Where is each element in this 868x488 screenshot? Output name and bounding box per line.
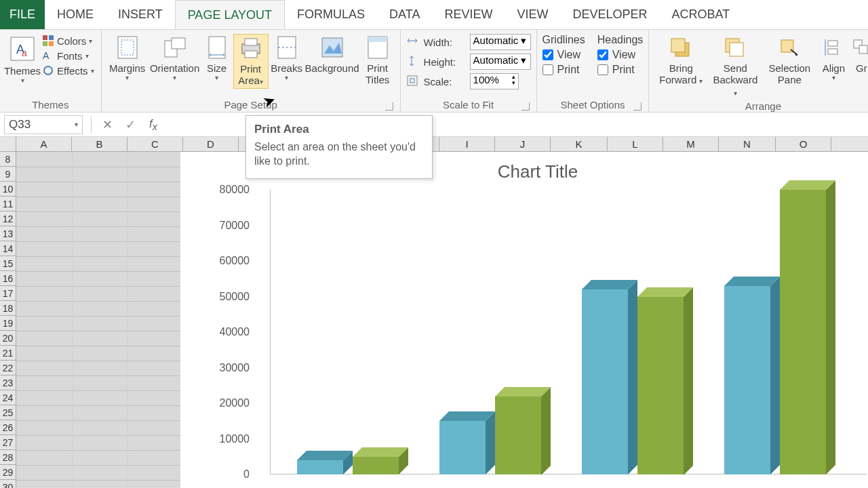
row-headers: 8910111213141516171819202122232425262728… xyxy=(0,152,16,488)
row-header-28[interactable]: 28 xyxy=(0,450,16,465)
col-header-L[interactable]: L xyxy=(608,137,663,151)
gridlines-view-check[interactable]: View xyxy=(542,49,585,61)
page-setup-launcher[interactable] xyxy=(385,102,393,110)
col-header-M[interactable]: M xyxy=(663,137,719,151)
send-backward-button[interactable]: SendBackward ▾ xyxy=(709,34,762,99)
row-header-14[interactable]: 14 xyxy=(0,241,16,256)
colors-button[interactable]: Colors▾ xyxy=(41,34,96,47)
worksheet-grid[interactable]: 8910111213141516171819202122232425262728… xyxy=(0,152,868,488)
gridlines-print-check[interactable]: Print xyxy=(542,64,585,76)
row-header-23[interactable]: 23 xyxy=(0,375,16,390)
group-button[interactable]: Gr xyxy=(851,34,868,75)
svg-rect-22 xyxy=(368,37,387,42)
align-button[interactable]: Align▾ xyxy=(817,34,850,83)
selection-pane-icon xyxy=(777,35,802,60)
sheet-options-launcher[interactable] xyxy=(633,102,642,110)
name-box[interactable]: Q33▾ xyxy=(4,115,83,134)
fonts-button[interactable]: AFonts▾ xyxy=(41,49,96,62)
tab-developer[interactable]: DEVELOPER xyxy=(560,0,659,29)
size-button[interactable]: Size▾ xyxy=(202,34,232,83)
tab-page-layout[interactable]: PAGE LAYOUT xyxy=(175,0,285,29)
headings-view-check[interactable]: View xyxy=(597,49,644,61)
row-header-21[interactable]: 21 xyxy=(0,346,16,361)
breaks-button[interactable]: Breaks▾ xyxy=(270,34,304,83)
col-header-J[interactable]: J xyxy=(495,137,551,151)
scale-icon xyxy=(406,75,420,88)
print-area-icon xyxy=(239,36,263,60)
svg-rect-3 xyxy=(43,35,47,40)
background-icon xyxy=(320,35,344,60)
themes-button[interactable]: Aa Themes ▾ xyxy=(5,34,39,86)
row-header-11[interactable]: 11 xyxy=(0,197,16,211)
col-header-O[interactable]: O xyxy=(776,137,831,151)
group-label-scale: Scale to Fit xyxy=(406,98,531,112)
effects-button[interactable]: Effects▾ xyxy=(41,64,96,77)
row-header-16[interactable]: 16 xyxy=(0,271,16,286)
formula-bar: Q33▾ ✕ ✓ fx xyxy=(0,113,868,137)
row-header-27[interactable]: 27 xyxy=(0,435,16,450)
tab-file[interactable]: FILE xyxy=(0,0,45,29)
row-header-18[interactable]: 18 xyxy=(0,301,16,316)
selected-range xyxy=(16,152,180,488)
row-header-24[interactable]: 24 xyxy=(0,390,16,405)
cancel-formula-icon[interactable]: ✕ xyxy=(96,117,119,132)
col-header-I[interactable]: I xyxy=(439,137,495,151)
fx-icon[interactable]: fx xyxy=(142,117,165,132)
svg-rect-5 xyxy=(43,41,47,46)
row-header-13[interactable]: 13 xyxy=(0,226,16,241)
tab-data[interactable]: DATA xyxy=(377,0,432,29)
scale-input[interactable]: 100%▴▾ xyxy=(470,73,519,89)
col-header-D[interactable]: D xyxy=(183,137,239,151)
col-header-N[interactable]: N xyxy=(719,137,776,151)
bring-forward-button[interactable]: BringForward ▾ xyxy=(654,34,707,87)
size-icon xyxy=(205,35,229,60)
row-header-19[interactable]: 19 xyxy=(0,316,16,331)
background-button[interactable]: Background xyxy=(305,34,359,75)
row-header-22[interactable]: 22 xyxy=(0,361,16,375)
row-header-10[interactable]: 10 xyxy=(0,182,16,197)
row-header-8[interactable]: 8 xyxy=(0,152,16,167)
group-label-sheet-options: Sheet Options xyxy=(542,98,644,112)
chart-object[interactable]: Chart Title 0100002000030000400005000060… xyxy=(195,156,868,481)
svg-rect-12 xyxy=(172,38,185,49)
print-area-button[interactable]: PrintArea▾ xyxy=(233,34,269,89)
themes-icon: Aa xyxy=(9,35,36,62)
headings-print-check[interactable]: Print xyxy=(597,64,644,76)
col-header-C[interactable]: C xyxy=(127,137,183,151)
scale-launcher[interactable] xyxy=(521,102,530,110)
row-header-30[interactable]: 30 xyxy=(0,480,16,488)
tab-review[interactable]: REVIEW xyxy=(432,0,505,29)
row-header-25[interactable]: 25 xyxy=(0,405,16,420)
width-select[interactable]: Automatic ▾ xyxy=(470,34,531,50)
orientation-button[interactable]: Orientation▾ xyxy=(149,34,201,83)
print-titles-button[interactable]: PrintTitles xyxy=(361,34,395,87)
svg-rect-31 xyxy=(828,41,837,46)
tab-home[interactable]: HOME xyxy=(45,0,106,29)
tab-insert[interactable]: INSERT xyxy=(106,0,175,29)
row-header-17[interactable]: 17 xyxy=(0,286,16,301)
svg-rect-35 xyxy=(859,45,867,54)
selection-pane-button[interactable]: SelectionPane xyxy=(763,34,816,87)
chart-plot-area[interactable]: 0100002000030000400005000060000700008000… xyxy=(222,190,867,474)
margins-button[interactable]: Margins▾ xyxy=(107,34,148,83)
row-header-15[interactable]: 15 xyxy=(0,256,16,271)
row-header-9[interactable]: 9 xyxy=(0,167,16,182)
row-header-20[interactable]: 20 xyxy=(0,331,16,346)
row-header-12[interactable]: 12 xyxy=(0,211,16,226)
bring-forward-icon xyxy=(669,35,693,60)
svg-rect-4 xyxy=(49,35,54,40)
group-scale-to-fit: Width:Automatic ▾ Height:Automatic ▾ Sca… xyxy=(401,30,537,112)
select-all-corner[interactable] xyxy=(0,137,16,151)
row-header-29[interactable]: 29 xyxy=(0,465,16,480)
col-header-B[interactable]: B xyxy=(72,137,127,151)
tab-acrobat[interactable]: ACROBAT xyxy=(660,0,743,29)
row-header-26[interactable]: 26 xyxy=(0,420,16,435)
svg-rect-23 xyxy=(408,76,417,85)
tab-formulas[interactable]: FORMULAS xyxy=(285,0,377,29)
col-header-A[interactable]: A xyxy=(16,137,72,151)
height-select[interactable]: Automatic ▾ xyxy=(470,54,531,70)
col-header-K[interactable]: K xyxy=(551,137,608,151)
tab-view[interactable]: VIEW xyxy=(505,0,560,29)
accept-formula-icon[interactable]: ✓ xyxy=(119,117,142,132)
column-headers: ABCDEFGHIJKLMNO xyxy=(0,137,868,152)
